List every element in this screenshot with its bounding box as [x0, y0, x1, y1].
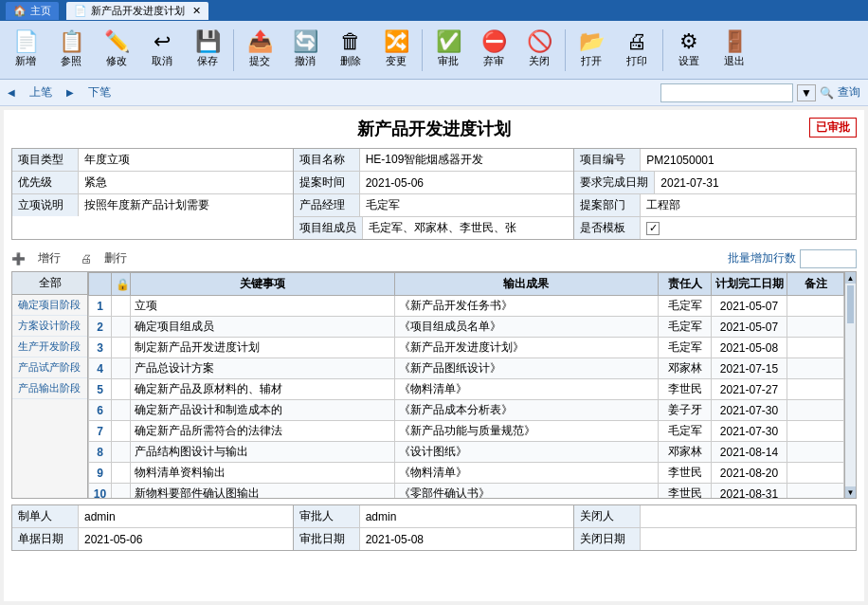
left-panel-item[interactable]: 生产开发阶段 — [12, 337, 87, 358]
row-lock — [112, 400, 131, 421]
row-note — [787, 379, 844, 400]
home-tab[interactable]: 🏠 主页 — [6, 2, 59, 20]
footer-label: 审批人 — [294, 505, 360, 527]
table-row[interactable]: 4 产品总设计方案 《新产品图纸设计》 邓家林 2021-07-15 — [89, 358, 844, 379]
toolbar-save-button[interactable]: 💾保存 — [186, 25, 229, 76]
row-output: 《物料清单》 — [394, 379, 659, 400]
table-row[interactable]: 6 确定新产品设计和制造成本的 《新产品成本分析表》 姜子牙 2021-07-3… — [89, 400, 844, 421]
prev-label: 上笔 — [29, 84, 52, 101]
print-icon: 🖨 — [626, 31, 647, 52]
row-person: 李世民 — [659, 463, 712, 484]
table-row[interactable]: 7 确定新产品所需符合的法律法 《新产品功能与质量规范》 毛定军 2021-07… — [89, 421, 844, 442]
toolbar-exit-button[interactable]: 🚪退出 — [713, 25, 756, 76]
left-panel: 全部 确定项目阶段方案设计阶段生产开发阶段产品试产阶段产品输出阶段 — [12, 272, 88, 498]
doc-icon: 📄 — [74, 5, 87, 17]
row-output: 《新产品开发任务书》 — [394, 296, 659, 317]
footer-row: 审批日期2021-05-08 — [294, 528, 574, 550]
table-row[interactable]: 10 新物料要部件确认图输出 《零部件确认书》 李世民 2021-08-31 — [89, 484, 844, 499]
form-row: 是否模板✓ — [574, 217, 856, 239]
form-value: ✓ — [641, 217, 856, 239]
home-icon: 🏠 — [13, 5, 27, 17]
row-key: 确定新产品设计和制造成本的 — [131, 400, 395, 421]
scrollbar[interactable]: ▲ ▼ — [844, 272, 856, 498]
toolbar-close-button[interactable]: 🚫关闭 — [517, 25, 561, 76]
left-panel-item[interactable]: 产品输出阶段 — [12, 378, 87, 399]
row-key: 产品结构图设计与输出 — [131, 442, 395, 463]
toolbar-open-button[interactable]: 📂打开 — [570, 25, 613, 76]
batch-label[interactable]: 批量增加行数 — [728, 250, 796, 266]
row-lock — [112, 338, 131, 358]
toolbar: 📄新增📋参照✏️修改↩取消💾保存📤提交🔄撤消🗑删除🔀变更✅审批⛔弃审🚫关闭📂打开… — [0, 21, 868, 80]
next-label: 下笔 — [88, 84, 111, 101]
row-date: 2021-08-20 — [712, 463, 787, 484]
toolbar-ref-button[interactable]: 📋参照 — [49, 25, 93, 76]
footer-value: admin — [79, 505, 293, 527]
table-row[interactable]: 8 产品结构图设计与输出 《设计图纸》 邓家林 2021-08-14 — [89, 442, 844, 463]
toolbar-edit-button[interactable]: ✏️修改 — [95, 25, 138, 76]
table-row[interactable]: 5 确定新产品及原材料的、辅材 《物料清单》 李世民 2021-07-27 — [89, 379, 844, 400]
prev-button[interactable]: 上笔 — [23, 82, 59, 103]
scroll-up-button[interactable]: ▲ — [845, 272, 856, 284]
next-button[interactable]: 下笔 — [81, 82, 118, 103]
toolbar-cancel-button[interactable]: ↩取消 — [140, 25, 184, 76]
form-value: 毛定军、邓家林、李世民、张 — [363, 217, 574, 239]
list-toolbar: ➕ 增行 🖨 删行 批量增加行数 — [11, 246, 857, 271]
close-icon: 🚫 — [527, 31, 552, 52]
left-panel-item[interactable]: 确定项目阶段 — [12, 295, 87, 316]
row-person: 姜子牙 — [659, 400, 712, 421]
search-input[interactable] — [660, 83, 793, 102]
form-row: 优先级紧急 — [12, 172, 293, 194]
toolbar-change-button[interactable]: 🔀变更 — [374, 25, 418, 76]
data-table-container: 全部 确定项目阶段方案设计阶段生产开发阶段产品试产阶段产品输出阶段 🔒关键事项输… — [11, 271, 857, 499]
row-note — [787, 358, 844, 379]
next-arrow-icon: ▶ — [66, 87, 74, 98]
search-area: ▼ 🔍 查询 — [660, 83, 860, 102]
home-tab-label: 主页 — [30, 4, 51, 18]
row-note — [787, 317, 844, 338]
table-row[interactable]: 1 立项 《新产品开发任务书》 毛定军 2021-05-07 — [89, 296, 844, 317]
row-output: 《新产品图纸设计》 — [394, 358, 659, 379]
toolbar-print-button[interactable]: 🖨打印 — [615, 25, 659, 76]
form-label: 项目名称 — [294, 149, 360, 171]
toolbar-revoke-button[interactable]: 🔄撤消 — [283, 25, 327, 76]
row-key: 物料清单资料输出 — [131, 463, 395, 484]
close-icon[interactable]: ✕ — [192, 5, 201, 17]
doc-tab[interactable]: 📄 新产品开发进度计划 ✕ — [66, 2, 208, 20]
footer-value — [641, 528, 856, 550]
batch-input[interactable] — [800, 249, 857, 268]
table-row[interactable]: 3 制定新产品开发进度计划 《新产品开发进度计划》 毛定军 2021-05-08 — [89, 338, 844, 358]
toolbar-new-button[interactable]: 📄新增 — [4, 25, 47, 76]
footer-row: 审批人admin — [294, 505, 574, 528]
table-header: 🔒 — [112, 273, 131, 296]
search-button[interactable]: 查询 — [838, 84, 860, 101]
footer-form: 制单人admin单据日期2021-05-06审批人admin审批日期2021-0… — [11, 504, 857, 551]
nav-bar: ◀ 上笔 ▶ 下笔 ▼ 🔍 查询 — [0, 80, 868, 106]
form-value: 年度立项 — [79, 149, 293, 171]
scroll-track — [845, 284, 856, 486]
scroll-thumb[interactable] — [847, 285, 854, 323]
right-table[interactable]: 🔒关键事项输出成果责任人计划完工日期备注 1 立项 《新产品开发任务书》 毛定军… — [88, 272, 844, 498]
row-num: 10 — [89, 484, 112, 499]
table-header: 计划完工日期 — [712, 273, 787, 296]
form-value: HE-109智能烟感器开发 — [360, 149, 574, 171]
toolbar-approve-button[interactable]: ✅审批 — [426, 25, 470, 76]
add-row-button[interactable]: 增行 — [33, 248, 65, 268]
row-note — [787, 400, 844, 421]
left-panel-item[interactable]: 方案设计阶段 — [12, 316, 87, 337]
table-header — [89, 273, 112, 296]
scroll-down-button[interactable]: ▼ — [845, 486, 856, 498]
table-row[interactable]: 9 物料清单资料输出 《物料清单》 李世民 2021-08-20 — [89, 463, 844, 484]
toolbar-abandon-button[interactable]: ⛔弃审 — [472, 25, 515, 76]
row-person: 毛定军 — [659, 296, 712, 317]
toolbar-delete-button[interactable]: 🗑删除 — [329, 25, 372, 76]
toolbar-submit-button[interactable]: 📤提交 — [238, 25, 281, 76]
approve-icon: ✅ — [436, 31, 461, 52]
row-date: 2021-07-27 — [712, 379, 787, 400]
toolbar-settings-button[interactable]: ⚙设置 — [667, 25, 711, 76]
form-section: 项目类型年度立项优先级紧急立项说明按照年度新产品计划需要 — [12, 149, 294, 239]
checkbox[interactable]: ✓ — [646, 222, 660, 235]
table-row[interactable]: 2 确定项目组成员 《项目组成员名单》 毛定军 2021-05-07 — [89, 317, 844, 338]
left-panel-item[interactable]: 产品试产阶段 — [12, 358, 87, 378]
search-dropdown-icon[interactable]: ▼ — [797, 84, 816, 101]
del-row-button[interactable]: 删行 — [99, 248, 132, 268]
